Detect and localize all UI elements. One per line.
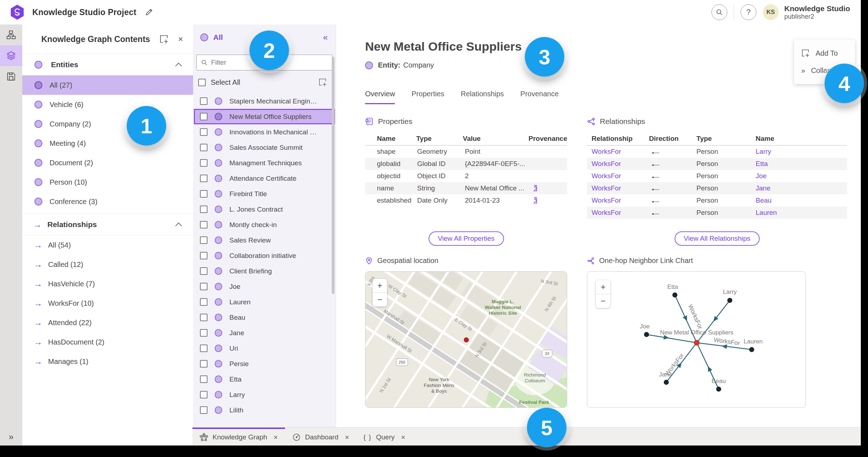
item-checkbox[interactable] <box>200 144 207 151</box>
list-item[interactable]: Montly check-in <box>194 217 335 232</box>
scrollbar-thumb[interactable] <box>332 57 335 294</box>
table-row[interactable]: WorksFor ← Person Beau <box>587 194 847 207</box>
expand-rail-button[interactable]: » <box>0 432 22 442</box>
list-item[interactable]: Firebird Title <box>194 186 335 202</box>
basemap[interactable]: W Clay St E Clay St Marshall St W Marsha… <box>365 272 567 407</box>
relationship-link[interactable]: WorksFor <box>587 209 649 217</box>
relationship-link[interactable]: WorksFor <box>587 197 649 204</box>
relationship-link[interactable]: WorksFor <box>587 172 649 180</box>
relationship-type-row[interactable]: → HasVehicle (7) <box>22 274 193 294</box>
list-item[interactable]: Managment Techniques <box>194 155 335 171</box>
table-row[interactable]: established Date Only 2014-01-23 <box>365 194 567 207</box>
zoom-in-button[interactable]: + <box>596 280 610 294</box>
close-contents-icon[interactable]: × <box>178 34 183 44</box>
zoom-out-button[interactable]: − <box>373 293 387 306</box>
list-item[interactable]: Sales Review <box>194 232 335 248</box>
tab-query[interactable]: { } Query × <box>356 428 412 446</box>
entity-link[interactable]: Etta <box>756 160 847 168</box>
list-item[interactable]: Staplers Mechanical Engineering <box>194 93 335 109</box>
relationship-link[interactable]: WorksFor <box>587 184 649 192</box>
item-checkbox[interactable] <box>200 236 207 244</box>
tab-knowledge-graph[interactable]: Knowledge Graph × <box>192 428 285 446</box>
item-checkbox[interactable] <box>200 298 207 306</box>
table-row[interactable]: WorksFor ← Person Jane <box>587 182 847 194</box>
entity-type-row[interactable]: Meeting (4) <box>22 134 193 153</box>
entity-type-row[interactable]: Person (10) <box>22 172 193 192</box>
provenance-flag-icon[interactable] <box>532 185 539 192</box>
table-row[interactable]: WorksFor ← Person Lauren <box>587 207 847 219</box>
collapse-panel-icon[interactable]: « <box>323 32 328 42</box>
table-row[interactable]: shape Geometry Point <box>365 146 567 158</box>
list-item[interactable]: Jane <box>194 325 335 341</box>
item-checkbox[interactable] <box>200 329 207 337</box>
table-row[interactable]: WorksFor ← Person Joe <box>587 170 847 182</box>
item-checkbox[interactable] <box>200 128 207 136</box>
item-checkbox[interactable] <box>200 283 207 290</box>
entities-section-header[interactable]: Entities <box>22 54 193 75</box>
item-checkbox[interactable] <box>200 159 207 167</box>
entity-type-row[interactable]: Document (2) <box>22 153 193 172</box>
select-all-checkbox[interactable] <box>198 79 206 86</box>
map-card[interactable]: + − <box>365 271 567 408</box>
add-to-menu-item[interactable]: Add To <box>794 45 855 62</box>
entity-type-row[interactable]: All (27) <box>22 75 193 95</box>
item-checkbox[interactable] <box>200 113 207 120</box>
entity-type-row[interactable]: Conference (3) <box>22 192 193 211</box>
provenance-flag-icon[interactable] <box>532 197 539 204</box>
entity-link[interactable]: Joe <box>756 172 847 180</box>
item-checkbox[interactable] <box>200 97 207 105</box>
item-checkbox[interactable] <box>200 345 207 352</box>
item-checkbox[interactable] <box>200 406 207 414</box>
table-row[interactable]: WorksFor ← Person Larry <box>587 146 847 158</box>
rail-layers-button[interactable] <box>0 45 22 66</box>
relationship-type-row[interactable]: → Manages (1) <box>22 352 193 371</box>
view-all-properties-button[interactable]: View All Properties <box>428 231 504 246</box>
relationships-section-header[interactable]: → Relationships <box>22 214 193 235</box>
table-row[interactable]: name String New Metal Office ... <box>365 182 567 194</box>
list-item[interactable]: Client Briefing <box>194 263 335 279</box>
list-item[interactable]: Etta <box>194 371 335 387</box>
entity-link[interactable]: Jane <box>756 184 847 192</box>
item-checkbox[interactable] <box>200 190 207 198</box>
list-item[interactable]: New Metal Office Suppliers <box>194 109 335 124</box>
add-to-icon[interactable] <box>159 34 169 44</box>
close-tab-icon[interactable]: × <box>401 433 405 442</box>
zoom-out-button[interactable]: − <box>596 294 610 308</box>
list-item[interactable]: L. Jones Contract <box>194 202 335 217</box>
table-row[interactable]: objectid Object ID 2 <box>365 170 567 182</box>
item-checkbox[interactable] <box>200 175 207 182</box>
relationship-type-row[interactable]: → WorksFor (10) <box>22 294 193 313</box>
rail-save-button[interactable] <box>0 66 22 87</box>
help-button[interactable]: ? <box>741 4 756 20</box>
tab-dashboard[interactable]: Dashboard × <box>285 428 356 446</box>
relationship-type-row[interactable]: → All (54) <box>22 235 193 255</box>
list-item[interactable]: Larry <box>194 387 335 402</box>
item-checkbox[interactable] <box>200 314 207 321</box>
item-checkbox[interactable] <box>200 391 207 398</box>
relationship-type-row[interactable]: → HasDocument (2) <box>22 332 193 352</box>
zoom-in-button[interactable]: + <box>373 279 387 293</box>
rail-data-model-button[interactable] <box>0 24 22 45</box>
item-checkbox[interactable] <box>200 375 207 383</box>
relationship-type-row[interactable]: → Called (12) <box>22 255 193 274</box>
item-checkbox[interactable] <box>200 267 207 275</box>
link-chart-card[interactable]: + − <box>587 271 806 408</box>
close-tab-icon[interactable]: × <box>345 433 349 442</box>
close-tab-icon[interactable]: × <box>274 433 278 442</box>
item-checkbox[interactable] <box>200 360 207 368</box>
list-item[interactable]: Joe <box>194 279 335 294</box>
list-item[interactable]: Lilith <box>194 402 335 418</box>
link-chart-canvas[interactable]: Etta Larry Joe Lauren Jane Beau New Meta… <box>587 272 806 407</box>
list-item[interactable]: Attendance Certificate <box>194 171 335 186</box>
item-checkbox[interactable] <box>200 206 207 213</box>
list-item[interactable]: Innovations in Mechanical Engin... <box>194 124 335 140</box>
entity-link[interactable]: Beau <box>756 197 847 204</box>
edit-title-icon[interactable] <box>144 8 154 17</box>
list-item[interactable]: Lauren <box>194 294 335 310</box>
relationship-type-row[interactable]: → Attended (22) <box>22 313 193 332</box>
entity-type-row[interactable]: Company (2) <box>22 114 193 134</box>
entity-link[interactable]: Larry <box>756 148 847 156</box>
view-all-relationships-button[interactable]: View All Relationships <box>675 231 760 246</box>
add-to-icon[interactable] <box>318 78 327 87</box>
list-item[interactable]: Beau <box>194 310 335 325</box>
